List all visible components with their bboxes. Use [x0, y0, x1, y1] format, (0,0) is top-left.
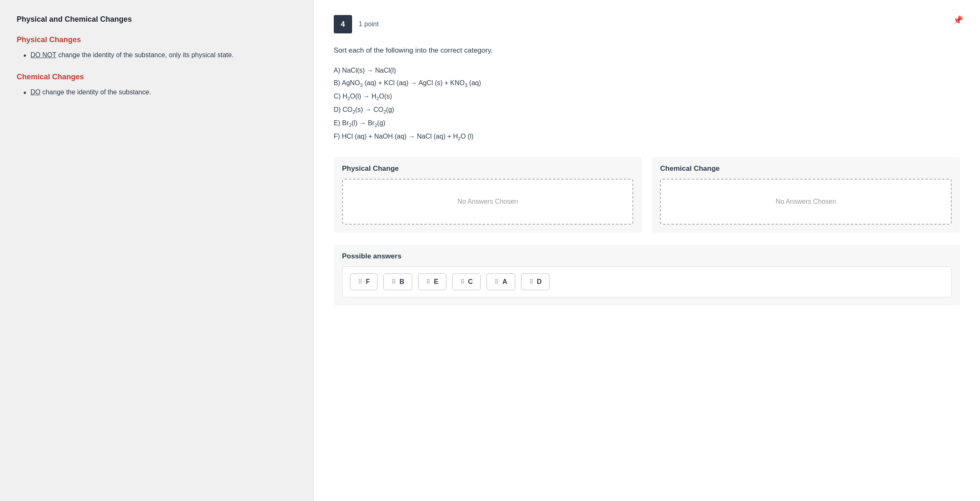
reactions-list: A) NaCl(s) → NaCl(l) B) AgNO3 (aq) + KCl… — [334, 64, 960, 144]
physical-drop-zone[interactable]: No Answers Chosen — [342, 179, 634, 225]
chip-b-label: B — [399, 278, 404, 286]
physical-do-not: DO NOT — [30, 51, 56, 58]
reaction-c: C) H2O(l) → H2O(s) — [334, 90, 960, 104]
physical-change-label: Physical Change — [342, 164, 634, 173]
question-points: 1 point — [359, 20, 379, 28]
chip-d[interactable]: ⠿ D — [521, 273, 550, 290]
bullet-dot-chemical: • — [23, 87, 26, 98]
chip-f-label: F — [366, 278, 370, 286]
chip-a-label: A — [502, 278, 507, 286]
chip-e[interactable]: ⠿ E — [418, 273, 446, 290]
drag-icon-b: ⠿ — [391, 278, 396, 285]
chemical-change-box: Chemical Change No Answers Chosen — [652, 157, 960, 233]
bullet-dot-physical: • — [23, 50, 26, 61]
physical-change-box: Physical Change No Answers Chosen — [334, 157, 642, 233]
chip-c-label: C — [468, 278, 473, 286]
chip-f[interactable]: ⠿ F — [350, 273, 378, 290]
physical-changes-bullet: • DO NOT change the identity of the subs… — [23, 50, 297, 61]
chemical-changes-title: Chemical Changes — [17, 73, 297, 81]
question-number: 4 — [334, 15, 352, 33]
chip-e-label: E — [434, 278, 438, 286]
question-instruction: Sort each of the following into the corr… — [334, 45, 960, 56]
physical-changes-rest: change the identity of the substance, on… — [58, 51, 234, 58]
physical-changes-text: DO NOT change the identity of the substa… — [30, 50, 234, 60]
reaction-e: E) Br2(l) → Br2(g) — [334, 117, 960, 130]
main-title: Physical and Chemical Changes — [17, 15, 297, 24]
physical-no-answers: No Answers Chosen — [458, 198, 518, 205]
categories-row: Physical Change No Answers Chosen Chemic… — [334, 157, 960, 233]
chemical-no-answers: No Answers Chosen — [776, 198, 836, 205]
right-panel: 📌 4 1 point Sort each of the following i… — [314, 0, 980, 501]
left-panel: Physical and Chemical Changes Physical C… — [0, 0, 314, 501]
chip-c[interactable]: ⠿ C — [452, 273, 481, 290]
chip-d-label: D — [537, 278, 542, 286]
chip-a[interactable]: ⠿ A — [486, 273, 515, 290]
chemical-changes-bullet: • DO change the identity of the substanc… — [23, 87, 297, 98]
question-header: 4 1 point — [334, 15, 960, 33]
possible-answers-label: Possible answers — [342, 252, 952, 261]
physical-changes-title: Physical Changes — [17, 35, 297, 44]
possible-answers-section: Possible answers ⠿ F ⠿ B ⠿ E ⠿ C — [334, 245, 960, 306]
chemical-changes-rest: change the identity of the substance. — [42, 89, 151, 96]
chip-b[interactable]: ⠿ B — [383, 273, 412, 290]
drag-icon-d: ⠿ — [529, 278, 534, 285]
reaction-a: A) NaCl(s) → NaCl(l) — [334, 64, 960, 77]
drag-icon-e: ⠿ — [426, 278, 431, 285]
reaction-d: D) CO2(s) → CO2(g) — [334, 104, 960, 117]
drag-icon-c: ⠿ — [460, 278, 465, 285]
chemical-drop-zone[interactable]: No Answers Chosen — [660, 179, 952, 225]
chemical-changes-text: DO change the identity of the substance. — [30, 87, 151, 97]
drag-icon-a: ⠿ — [494, 278, 499, 285]
pin-icon[interactable]: 📌 — [953, 15, 963, 25]
drag-icon-f: ⠿ — [358, 278, 363, 285]
chemical-change-label: Chemical Change — [660, 164, 952, 173]
reaction-b: B) AgNO3 (aq) + KCl (aq) → AgCl (s) + KN… — [334, 77, 960, 90]
answers-chips-row: ⠿ F ⠿ B ⠿ E ⠿ C ⠿ A — [342, 266, 952, 297]
reaction-f: F) HCl (aq) + NaOH (aq) → NaCl (aq) + H2… — [334, 130, 960, 144]
chemical-do: DO — [30, 89, 40, 96]
